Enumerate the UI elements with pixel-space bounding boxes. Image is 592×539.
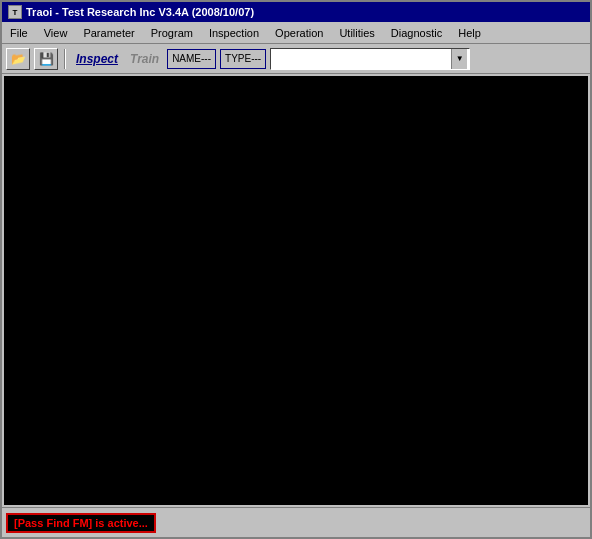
menu-view[interactable]: View — [38, 25, 74, 41]
menu-file[interactable]: File — [4, 25, 34, 41]
name-tag[interactable]: NAME--- — [167, 49, 216, 69]
menu-program[interactable]: Program — [145, 25, 199, 41]
train-tab[interactable]: Train — [126, 50, 163, 68]
menu-parameter[interactable]: Parameter — [77, 25, 140, 41]
inspect-tab[interactable]: Inspect — [72, 50, 122, 68]
status-message: [Pass Find FM] is active... — [6, 513, 156, 533]
menu-diagnostic[interactable]: Diagnostic — [385, 25, 448, 41]
status-bar: [Pass Find FM] is active... — [2, 507, 590, 537]
open-icon: 📂 — [11, 52, 26, 66]
main-window: T Traoi - Test Research Inc V3.4A (2008/… — [0, 0, 592, 539]
menu-inspection[interactable]: Inspection — [203, 25, 265, 41]
save-button[interactable]: 💾 — [34, 48, 58, 70]
toolbar: 📂 💾 Inspect Train NAME--- TYPE--- ▼ — [2, 44, 590, 74]
dropdown-arrow-icon: ▼ — [451, 49, 467, 69]
menu-bar: File View Parameter Program Inspection O… — [2, 22, 590, 44]
main-viewport — [4, 76, 588, 505]
toolbar-dropdown[interactable]: ▼ — [270, 48, 470, 70]
type-tag[interactable]: TYPE--- — [220, 49, 266, 69]
menu-utilities[interactable]: Utilities — [333, 25, 380, 41]
menu-help[interactable]: Help — [452, 25, 487, 41]
save-icon: 💾 — [39, 52, 54, 66]
title-bar: T Traoi - Test Research Inc V3.4A (2008/… — [2, 2, 590, 22]
open-button[interactable]: 📂 — [6, 48, 30, 70]
window-title: Traoi - Test Research Inc V3.4A (2008/10… — [26, 6, 254, 18]
menu-operation[interactable]: Operation — [269, 25, 329, 41]
window-icon: T — [8, 5, 22, 19]
toolbar-separator-1 — [64, 49, 66, 69]
